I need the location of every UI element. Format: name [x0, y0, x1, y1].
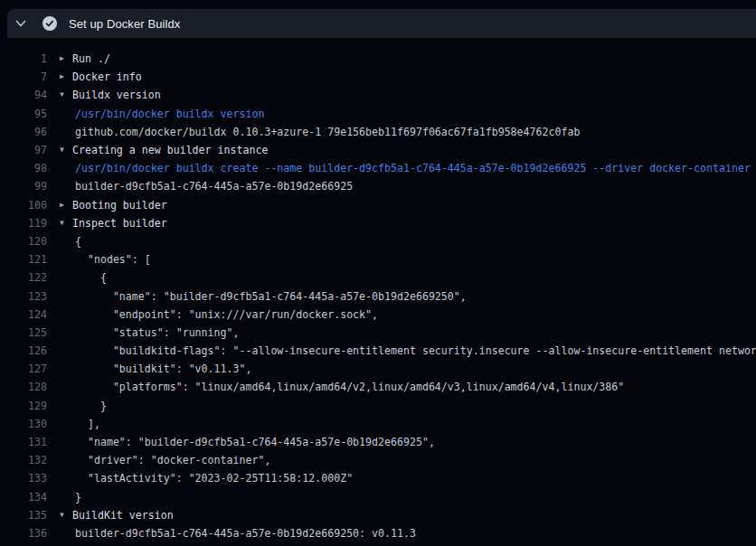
line-number[interactable]: 97	[0, 144, 47, 156]
line-number[interactable]: 132	[0, 454, 47, 466]
log-text: "buildkit": "v0.11.3",	[72, 362, 251, 375]
log-text: "buildkitd-flags": "--allow-insecure-ent…	[72, 344, 756, 357]
line-number[interactable]: 94	[0, 89, 47, 101]
triangle-collapsed-icon[interactable]: ▶	[60, 202, 72, 209]
log-line: 129 }	[0, 397, 756, 415]
command-text: /usr/bin/docker buildx create --name bui…	[72, 162, 751, 174]
line-number[interactable]: 123	[0, 290, 47, 303]
log-text: "name": "builder-d9cfb5a1-c764-445a-a57e…	[72, 290, 467, 303]
log-line: 130 ],	[0, 415, 756, 433]
triangle-expanded-icon[interactable]: ▼	[60, 512, 72, 519]
log-group-row[interactable]: 7▶Docker info	[0, 68, 756, 86]
log-group-row[interactable]: 94▼Buildx version	[0, 86, 756, 104]
log-group-row[interactable]: 135▼BuildKit version	[0, 506, 756, 524]
triangle-expanded-icon[interactable]: ▼	[60, 220, 72, 227]
log-line: 96github.com/docker/buildx 0.10.3+azure-…	[0, 123, 756, 141]
triangle-expanded-icon[interactable]: ▼	[60, 91, 72, 99]
log-line: 131 "name": "builder-d9cfb5a1-c764-445a-…	[0, 433, 756, 451]
line-number[interactable]: 129	[0, 400, 47, 412]
line-number[interactable]: 98	[0, 162, 47, 174]
log-line: 128 "platforms": "linux/amd64,linux/amd6…	[0, 378, 756, 396]
log-text: {	[72, 271, 107, 284]
log-text: "name": "builder-d9cfb5a1-c764-445a-a57e…	[72, 436, 435, 448]
triangle-collapsed-icon[interactable]: ▶	[60, 55, 72, 62]
log-line: 98/usr/bin/docker buildx create --name b…	[0, 159, 756, 177]
line-number[interactable]: 133	[0, 472, 47, 485]
log-line: 136builder-d9cfb5a1-c764-445a-a57e-0b19d…	[0, 524, 756, 542]
log-line: 132 "driver": "docker-container",	[0, 451, 756, 469]
line-number[interactable]: 120	[0, 235, 47, 248]
line-number[interactable]: 7	[0, 71, 47, 83]
log-group-row[interactable]: 1▶Run ./	[0, 50, 756, 68]
line-number[interactable]: 131	[0, 436, 47, 448]
triangle-collapsed-icon[interactable]: ▶	[60, 73, 72, 80]
log-text: {	[72, 235, 81, 248]
log-line: 121 "nodes": [	[0, 250, 756, 268]
group-title[interactable]: Creating a new builder instance	[72, 144, 268, 156]
log-text: builder-d9cfb5a1-c764-445a-a57e-0b19d2e6…	[72, 180, 353, 193]
log-text: ],	[72, 418, 100, 430]
log-text: builder-d9cfb5a1-c764-445a-a57e-0b19d2e6…	[72, 527, 416, 540]
log-text: "nodes": [	[72, 253, 151, 266]
log-line: 99builder-d9cfb5a1-c764-445a-a57e-0b19d2…	[0, 177, 756, 195]
log-group-row[interactable]: 97▼Creating a new builder instance	[0, 141, 756, 159]
log-line: 126 "buildkitd-flags": "--allow-insecure…	[0, 342, 756, 360]
triangle-expanded-icon[interactable]: ▼	[60, 146, 72, 154]
log-line: 134}	[0, 488, 756, 506]
line-number[interactable]: 126	[0, 344, 47, 357]
log-text: }	[72, 491, 81, 504]
group-title[interactable]: Inspect builder	[72, 217, 167, 230]
log-line: 122 {	[0, 268, 756, 287]
line-number[interactable]: 1	[0, 52, 47, 65]
line-number[interactable]: 121	[0, 253, 47, 266]
chevron-down-icon[interactable]	[14, 17, 27, 30]
line-number[interactable]: 96	[0, 126, 47, 138]
log-line: 127 "buildkit": "v0.11.3",	[0, 360, 756, 378]
log-text: "platforms": "linux/amd64,linux/amd64/v2…	[72, 381, 624, 393]
log-text: github.com/docker/buildx 0.10.3+azure-1 …	[72, 126, 580, 138]
line-number[interactable]: 119	[0, 217, 47, 230]
line-number[interactable]: 130	[0, 418, 47, 430]
check-circle-icon	[43, 16, 57, 31]
line-number[interactable]: 135	[0, 509, 47, 522]
log-text: "lastActivity": "2023-02-25T11:58:12.000…	[72, 472, 353, 485]
log-line: 95/usr/bin/docker buildx version	[0, 105, 756, 123]
log-viewer: 1▶Run ./7▶Docker info94▼Buildx version95…	[0, 38, 756, 542]
log-text: "endpoint": "unix:///var/run/docker.sock…	[72, 308, 378, 321]
step-title: Set up Docker Buildx	[69, 17, 180, 31]
log-text: }	[72, 400, 107, 412]
line-number[interactable]: 134	[0, 491, 47, 504]
step-header[interactable]: Set up Docker Buildx	[7, 9, 756, 38]
log-line: 124 "endpoint": "unix:///var/run/docker.…	[0, 306, 756, 324]
log-text: "status": "running",	[72, 326, 239, 339]
line-number[interactable]: 125	[0, 326, 47, 339]
group-title[interactable]: Booting builder	[72, 199, 167, 212]
line-number[interactable]: 127	[0, 362, 47, 375]
log-line: 123 "name": "builder-d9cfb5a1-c764-445a-…	[0, 287, 756, 305]
log-text: "driver": "docker-container",	[72, 454, 270, 466]
log-line: 120{	[0, 232, 756, 250]
log-group-row[interactable]: 119▼Inspect builder	[0, 214, 756, 232]
group-title[interactable]: Docker info	[72, 71, 142, 83]
log-line: 125 "status": "running",	[0, 324, 756, 342]
line-number[interactable]: 124	[0, 308, 47, 321]
line-number[interactable]: 100	[0, 199, 47, 212]
command-text: /usr/bin/docker buildx version	[72, 108, 264, 120]
group-title[interactable]: Buildx version	[72, 89, 161, 101]
log-line: 133 "lastActivity": "2023-02-25T11:58:12…	[0, 469, 756, 487]
line-number[interactable]: 122	[0, 271, 47, 284]
log-group-row[interactable]: 100▶Booting builder	[0, 196, 756, 214]
line-number[interactable]: 99	[0, 180, 47, 193]
group-title[interactable]: BuildKit version	[72, 509, 174, 522]
line-number[interactable]: 136	[0, 527, 47, 540]
line-number[interactable]: 128	[0, 381, 47, 393]
line-number[interactable]: 95	[0, 108, 47, 120]
group-title[interactable]: Run ./	[72, 52, 110, 65]
